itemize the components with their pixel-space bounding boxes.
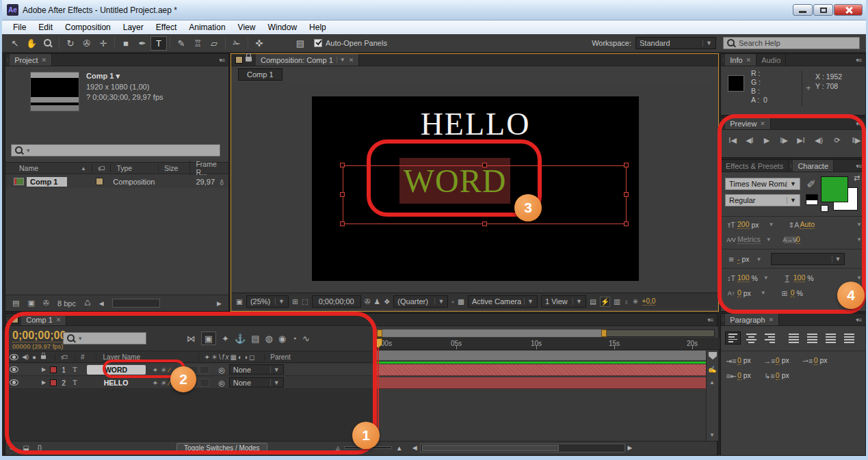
close-button[interactable]: [834, 4, 863, 16]
timeline-timecode[interactable]: 0;00;00;00: [12, 329, 66, 342]
toggle-switches-modes-button[interactable]: Toggle Switches / Modes: [176, 443, 267, 453]
bit-depth[interactable]: 8 bpc: [57, 299, 76, 308]
eyedropper-icon[interactable]: ✐: [806, 178, 817, 190]
menu-edit[interactable]: Edit: [32, 21, 59, 33]
bbox-handle[interactable]: [624, 163, 629, 167]
histogram-icon[interactable]: ▥: [614, 297, 620, 306]
preview-tab[interactable]: Preview✕: [725, 118, 771, 129]
work-area-end-handle[interactable]: [601, 329, 607, 337]
transparency-grid-icon[interactable]: ▩: [458, 297, 464, 306]
kerning-dropdown-icon[interactable]: ▼: [766, 236, 772, 243]
layer1-pickwhip-icon[interactable]: ◎: [219, 366, 225, 374]
region-of-interest-icon[interactable]: ⬚: [302, 297, 308, 306]
video-column-icon[interactable]: [10, 354, 18, 360]
track-scroll-up-icon[interactable]: ▲: [709, 379, 715, 385]
parent-column[interactable]: Parent: [264, 353, 290, 361]
paragraph-panel-menu-icon[interactable]: ▾≡: [852, 314, 865, 325]
project-search-input[interactable]: ▾: [11, 144, 220, 157]
label-column-icon[interactable]: 🏷: [92, 164, 105, 172]
frame-blending-icon[interactable]: ⚓: [235, 332, 246, 345]
zoom-tool-icon[interactable]: [40, 36, 56, 51]
font-family-dropdown[interactable]: Times New Roman▼: [725, 178, 800, 190]
composition-tab[interactable]: Composition: Comp 1▼✕: [256, 54, 359, 66]
leading-dropdown-icon[interactable]: ▼: [856, 221, 862, 228]
track-scroll-down-icon[interactable]: ▼: [709, 432, 715, 438]
align-center-button[interactable]: [744, 332, 759, 344]
character-panel-menu-icon[interactable]: ▾≡: [852, 160, 865, 172]
expand-in-out-icon[interactable]: {}: [33, 444, 47, 452]
character-tab[interactable]: Characte: [793, 160, 834, 172]
font-size-dropdown-icon[interactable]: ▼: [769, 221, 774, 228]
layer2-switches[interactable]: ✦☀∕: [153, 379, 172, 387]
label-color-swatch[interactable]: [96, 178, 103, 185]
search-help-input[interactable]: Search Help: [723, 37, 860, 49]
justify-last-right-button[interactable]: [823, 332, 839, 344]
indent-left-value[interactable]: 0: [737, 356, 741, 365]
menu-composition[interactable]: Composition: [59, 21, 117, 33]
horizontal-scale-dropdown-icon[interactable]: ▼: [856, 275, 862, 281]
time-ruler[interactable]: :00s 05s 10s 15s 20s: [374, 338, 720, 350]
layer1-duration-bar[interactable]: [374, 364, 706, 376]
comp-marker-strip[interactable]: [374, 351, 706, 361]
view-layout-dropdown[interactable]: 1 View▼: [541, 295, 586, 308]
comp-viewer-subtab[interactable]: Comp 1: [238, 68, 282, 81]
first-frame-icon[interactable]: Ⅰ◀: [725, 134, 740, 146]
clone-stamp-tool-icon[interactable]: ♖: [189, 36, 206, 51]
vertical-scale-dropdown-icon[interactable]: ▼: [763, 275, 769, 281]
kerning-value[interactable]: Metrics: [737, 235, 761, 244]
leading-value[interactable]: Auto: [800, 220, 815, 229]
swap-fill-stroke-icon[interactable]: ⇄: [854, 174, 860, 182]
graph-editor-icon[interactable]: ∿: [302, 332, 310, 345]
layer2-name[interactable]: HELLO: [87, 379, 146, 387]
baseline-dropdown-icon[interactable]: ▼: [761, 290, 766, 296]
new-folder-icon[interactable]: ▣: [27, 299, 34, 308]
next-frame-icon[interactable]: Ⅰ▶: [776, 134, 791, 146]
always-preview-icon[interactable]: ▣: [236, 297, 243, 306]
reset-exposure-icon[interactable]: ✳: [633, 297, 639, 306]
rotation-tool-icon[interactable]: ↻: [62, 36, 79, 51]
stroke-width-value[interactable]: -: [737, 255, 740, 264]
expand-layer-switches-icon[interactable]: ⧉: [5, 444, 19, 452]
layer2-parent-dropdown[interactable]: None▼: [229, 377, 284, 388]
menu-layer[interactable]: Layer: [117, 21, 150, 33]
trash-icon[interactable]: ♺: [84, 299, 91, 308]
minimize-button[interactable]: [793, 4, 813, 16]
space-before-value[interactable]: 0: [776, 356, 780, 365]
timeline-panel-menu-icon[interactable]: ▾≡: [703, 314, 717, 325]
info-panel-menu-icon[interactable]: ▾≡: [852, 54, 865, 66]
project-h-scrollbar[interactable]: [112, 299, 160, 308]
column-frame-rate[interactable]: Frame R...: [189, 160, 228, 176]
previous-frame-icon[interactable]: ◀Ⅰ: [742, 134, 757, 146]
loop-icon[interactable]: ⟳: [829, 134, 845, 146]
brush-tool-icon[interactable]: ✎: [173, 36, 189, 51]
preview-panel-menu-icon[interactable]: ▾≡: [852, 118, 865, 129]
show-snapshot-icon[interactable]: ♟: [373, 297, 380, 306]
tracking-value[interactable]: 0: [796, 235, 800, 244]
layer1-expand-icon[interactable]: ▶: [42, 366, 46, 373]
interpret-footage-icon[interactable]: ▤: [12, 299, 19, 308]
justify-all-button[interactable]: [841, 332, 857, 344]
puppet-pin-tool-icon[interactable]: ✜: [251, 36, 267, 51]
column-size[interactable]: Size: [158, 164, 189, 172]
align-right-button[interactable]: [762, 332, 778, 344]
pixel-aspect-icon[interactable]: ▤: [590, 297, 596, 306]
expand-transfer-controls-icon[interactable]: ⬓: [19, 444, 33, 452]
snapshot-icon[interactable]: ✇: [365, 297, 371, 306]
hand-tool-icon[interactable]: ✋: [23, 36, 40, 51]
bbox-handle[interactable]: [340, 163, 345, 167]
layer2-pickwhip-icon[interactable]: ◎: [219, 379, 225, 387]
timeline-track-area[interactable]: :00s 05s 10s 15s 20s: [373, 327, 718, 441]
work-area-start-handle[interactable]: [377, 329, 382, 337]
roto-brush-tool-icon[interactable]: ✁: [228, 36, 245, 51]
comp-marker-bin-icon[interactable]: [709, 352, 717, 360]
layer2-label-swatch[interactable]: [50, 379, 57, 386]
justify-last-left-button[interactable]: [786, 332, 802, 344]
timeline-h-scrollbar[interactable]: [420, 444, 625, 452]
bbox-handle[interactable]: [482, 163, 487, 167]
horizontal-scale-value[interactable]: 100: [793, 273, 806, 282]
layer1-switches[interactable]: ✦☀∕: [153, 366, 172, 374]
shuttle-icon[interactable]: ✍: [708, 366, 716, 373]
comp-viewer[interactable]: HELLO WORD: [232, 82, 718, 292]
menu-help[interactable]: Help: [303, 21, 332, 33]
bbox-handle[interactable]: [340, 192, 345, 197]
